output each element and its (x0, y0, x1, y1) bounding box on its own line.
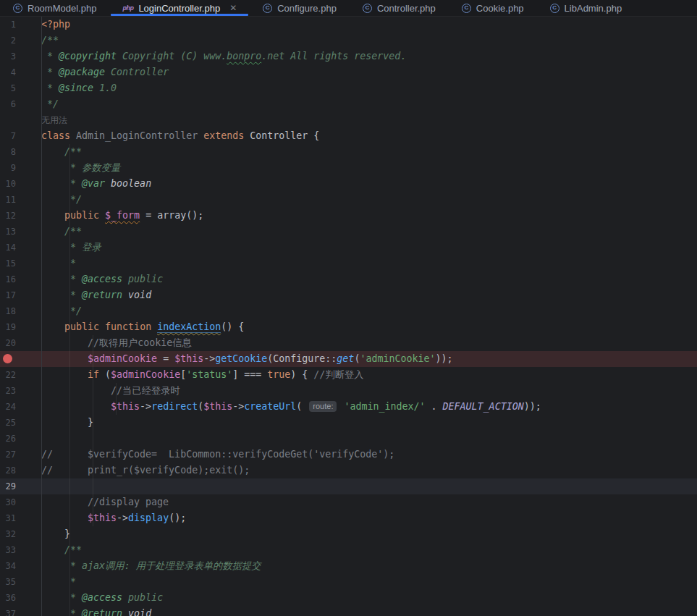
code-line[interactable]: * @since 1.0 (41, 80, 697, 96)
code-line[interactable]: */ (41, 192, 697, 208)
gutter[interactable]: 36 (0, 590, 41, 606)
code-line[interactable]: * ajax调用: 用于处理登录表单的数据提交 (41, 558, 697, 574)
gutter[interactable]: 16 (0, 271, 41, 287)
code-editor[interactable]: 1<?php2/**3 * @copyright Copyright (C) w… (0, 17, 697, 616)
line-number[interactable]: 37 (6, 606, 16, 616)
gutter[interactable]: 9 (0, 160, 41, 176)
tab-cookie-php[interactable]: CCookie.php (449, 0, 537, 16)
tab-roommodel-php[interactable]: CRoomModel.php (0, 0, 109, 16)
code-line[interactable]: $this->display(); (41, 510, 697, 526)
code-line[interactable]: /** (41, 144, 697, 160)
code-line[interactable]: * @return void (41, 287, 697, 303)
line-number[interactable]: 15 (6, 256, 16, 271)
line-number[interactable]: 35 (6, 574, 16, 590)
line-number[interactable]: 34 (6, 558, 16, 574)
gutter[interactable]: 33 (0, 542, 41, 558)
gutter[interactable]: 12 (0, 208, 41, 224)
code-line[interactable]: */ (41, 96, 697, 112)
code-line[interactable]: * @access public (41, 271, 697, 287)
line-number[interactable]: 11 (6, 192, 16, 208)
gutter[interactable]: 37 (0, 606, 41, 616)
code-line[interactable]: class Admin_LoginController extends Cont… (41, 128, 697, 144)
line-number[interactable]: 36 (6, 590, 16, 606)
gutter[interactable]: 34 (0, 558, 41, 574)
breakpoint-icon[interactable] (3, 354, 12, 363)
code-line[interactable]: public function indexAction() { (41, 319, 697, 335)
line-number[interactable]: 33 (6, 542, 16, 558)
code-line[interactable]: } (41, 415, 697, 431)
code-line[interactable]: * @copyright Copyright (C) www.bonpro.ne… (41, 48, 697, 64)
gutter[interactable]: 35 (0, 574, 41, 590)
line-number[interactable]: 25 (6, 415, 16, 431)
line-number[interactable]: 17 (6, 287, 16, 303)
gutter[interactable]: 19 (0, 319, 41, 335)
line-number[interactable]: 28 (6, 463, 16, 478)
inlay-row[interactable]: 无用法 (41, 112, 697, 128)
line-number[interactable]: 30 (6, 494, 16, 510)
code-line[interactable]: * (41, 574, 697, 590)
gutter[interactable]: 24 (0, 399, 41, 415)
line-number[interactable]: 5 (11, 80, 16, 96)
code-line[interactable]: * 参数变量 (41, 160, 697, 176)
code-line[interactable]: * @access public (41, 590, 697, 606)
code-line[interactable]: $adminCookie = $this->getCookie(Configur… (41, 351, 697, 367)
gutter[interactable]: 1 (0, 17, 41, 33)
gutter[interactable]: 3 (0, 48, 41, 64)
line-number[interactable]: 7 (11, 128, 16, 144)
code-line[interactable]: //display page (41, 494, 697, 510)
code-line[interactable]: //当已经登录时 (41, 383, 697, 399)
gutter[interactable]: 11 (0, 192, 41, 208)
code-line[interactable]: //取得用户cookie信息 (41, 335, 697, 351)
gutter[interactable]: 18 (0, 303, 41, 319)
line-number[interactable]: 6 (11, 96, 16, 112)
gutter[interactable]: 14 (0, 240, 41, 256)
line-number[interactable]: 3 (11, 48, 16, 64)
code-line[interactable]: public $_form = array(); (41, 208, 697, 224)
gutter[interactable]: 17 (0, 287, 41, 303)
code-line[interactable]: $this->redirect($this->createUrl( route:… (41, 399, 697, 415)
gutter[interactable]: 25 (0, 415, 41, 431)
line-number[interactable]: 32 (6, 526, 16, 542)
gutter[interactable]: 27 (0, 447, 41, 463)
gutter[interactable] (0, 112, 41, 128)
line-number[interactable]: 19 (6, 319, 16, 335)
code-line[interactable]: /** (41, 224, 697, 240)
code-line[interactable]: /** (41, 33, 697, 48)
gutter[interactable]: 32 (0, 526, 41, 542)
line-number[interactable]: 8 (11, 144, 16, 160)
tab-libadmin-php[interactable]: CLibAdmin.php (537, 0, 635, 16)
gutter[interactable] (0, 351, 41, 367)
line-number[interactable]: 2 (11, 33, 16, 48)
line-number[interactable]: 24 (6, 399, 16, 415)
gutter[interactable]: 23 (0, 383, 41, 399)
code-line[interactable]: * @package Controller (41, 64, 697, 80)
code-line[interactable]: * @var boolean (41, 176, 697, 192)
line-number[interactable]: 18 (6, 303, 16, 319)
line-number[interactable]: 14 (6, 240, 16, 256)
line-number[interactable]: 10 (6, 176, 16, 192)
line-number[interactable]: 23 (6, 383, 16, 399)
line-number[interactable]: 20 (6, 335, 16, 351)
close-tab-icon[interactable]: ✕ (229, 4, 237, 12)
line-number[interactable]: 26 (6, 431, 16, 447)
code-line[interactable]: if ($adminCookie['status'] === true) { /… (41, 367, 697, 383)
code-line[interactable]: // $verifyCode= LibCommon::verifyCodeGet… (41, 447, 697, 463)
tab-logincontroller-php[interactable]: phpLoginController.php✕ (109, 0, 250, 16)
gutter[interactable]: 28 (0, 463, 41, 478)
code-line[interactable]: /** (41, 542, 697, 558)
line-number[interactable]: 29 (6, 478, 16, 494)
gutter[interactable]: 7 (0, 128, 41, 144)
line-number[interactable]: 12 (6, 208, 16, 224)
code-line[interactable]: * 登录 (41, 240, 697, 256)
gutter[interactable]: 22 (0, 367, 41, 383)
code-line[interactable]: */ (41, 303, 697, 319)
gutter[interactable]: 31 (0, 510, 41, 526)
gutter[interactable]: 2 (0, 33, 41, 48)
line-number[interactable]: 16 (6, 271, 16, 287)
gutter[interactable]: 30 (0, 494, 41, 510)
gutter[interactable]: 26 (0, 431, 41, 447)
gutter[interactable]: 29 (0, 478, 41, 494)
gutter[interactable]: 4 (0, 64, 41, 80)
gutter[interactable]: 8 (0, 144, 41, 160)
gutter[interactable]: 15 (0, 256, 41, 271)
